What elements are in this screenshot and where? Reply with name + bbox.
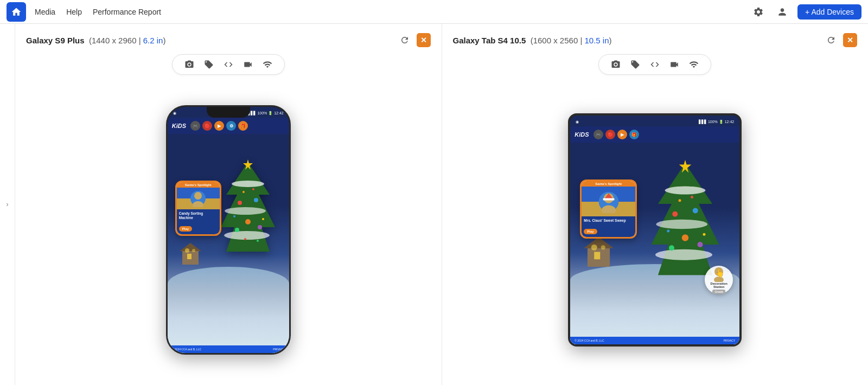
add-devices-label: + Add Devices — [805, 8, 854, 16]
svg-point-38 — [667, 230, 670, 233]
nav-help[interactable]: Help — [66, 5, 82, 18]
svg-point-23 — [194, 192, 202, 200]
code-icon-2 — [650, 60, 660, 69]
toolbar-video-1[interactable] — [241, 59, 255, 70]
device-header-actions-2: ✕ — [824, 33, 857, 48]
device-toolbar-2 — [598, 54, 711, 75]
svg-point-8 — [245, 219, 251, 224]
device-panel-2: Galaxy Tab S4 10.5 (1600 x 2560 | 10.5 i… — [442, 24, 869, 385]
privacy-bar-2: © 2024 CCA and B, LLC PRIVACY — [570, 337, 739, 344]
device-name-2: Galaxy Tab S4 10.5 — [453, 36, 526, 45]
nav-media[interactable]: Media — [35, 5, 55, 18]
device-title-2: Galaxy Tab S4 10.5 (1600 x 2560 | 10.5 i… — [453, 36, 612, 45]
svg-point-29 — [655, 249, 712, 260]
spotlight-card-2: Santa's Spotlight — [580, 179, 637, 239]
sidebar-toggle[interactable]: › — [0, 24, 15, 385]
icon-more-2: 🔴 — [605, 130, 615, 139]
toolbar-camera-2[interactable] — [609, 59, 623, 70]
toolbar-tag-2[interactable] — [628, 59, 642, 70]
svg-point-12 — [252, 188, 254, 190]
svg-text:👆: 👆 — [715, 268, 725, 278]
code-icon-1 — [224, 60, 233, 69]
building-1 — [180, 243, 201, 267]
svg-point-33 — [682, 235, 689, 242]
icon-gift-1: 🎁 — [238, 121, 248, 131]
svg-point-28 — [656, 220, 708, 229]
spotlight-body-2: Mrs. Claus' Sweet Sweep Play — [582, 216, 635, 237]
wifi-icon-2 — [689, 60, 699, 69]
svg-rect-19 — [187, 254, 192, 259]
icon-games-1: 🎮 — [190, 121, 200, 131]
screen-topbar-1: KiDS 🎮 🔴 ▶ ⚙ 🎁 — [168, 118, 289, 134]
close-button-2[interactable]: ✕ — [843, 33, 857, 47]
screen-topbar-2: KiDS 🎮 🔴 ▶ 🎁 — [570, 126, 739, 143]
privacy-bar-1: © 2024 CCA and B, LLC PRIVACY — [168, 345, 289, 353]
svg-point-11 — [242, 191, 245, 193]
icon-play-2: ▶ — [617, 130, 627, 139]
svg-marker-18 — [180, 243, 201, 251]
spotlight-avatar-2 — [582, 187, 635, 216]
toolbar-wifi-2[interactable] — [687, 59, 701, 70]
statusbar-1: ◉ ▋▋▋ 100% 🔋 12:42 — [168, 109, 289, 118]
toolbar-tag-1[interactable] — [202, 59, 216, 70]
toolbar-video-2[interactable] — [667, 59, 681, 70]
kids-logo-2: KiDS — [575, 131, 589, 138]
video-icon-1 — [243, 60, 253, 69]
nav-logo[interactable] — [7, 2, 26, 22]
svg-point-6 — [238, 201, 242, 205]
refresh-icon-1 — [400, 35, 410, 45]
spotlight-avatar-1 — [177, 188, 220, 209]
refresh-button-1[interactable] — [397, 33, 412, 48]
refresh-button-2[interactable] — [824, 33, 839, 48]
spotlight-header-2: Santa's Spotlight — [582, 181, 635, 187]
device-name-1: Galaxy S9 Plus — [26, 36, 85, 45]
device-title-1: Galaxy S9 Plus (1440 x 2960 | 6.2 in) — [26, 36, 165, 45]
snow-ground-1 — [168, 267, 289, 353]
spotlight-play-1[interactable]: Play — [179, 226, 192, 232]
spotlight-title-1: Candy Sorting Machine — [179, 211, 218, 220]
nav-links: Media Help Performance Report — [35, 5, 750, 18]
svg-point-10 — [258, 225, 262, 229]
tablet-mockup-2: ◉ ▋▋▋ 100% 🔋 12:42 KiDS 🎮 🔴 ▶ 🎁 — [568, 113, 742, 347]
sidebar-toggle-icon: › — [7, 201, 9, 208]
toolbar-code-2[interactable] — [648, 59, 662, 70]
svg-rect-42 — [594, 252, 600, 259]
svg-point-21 — [192, 249, 195, 252]
svg-point-51 — [714, 277, 724, 282]
device-dims-2: (1600 x 2560 | 10.5 in) — [528, 36, 611, 45]
svg-point-31 — [673, 211, 678, 217]
decoration-create-btn[interactable]: Create — [712, 290, 725, 294]
icon-settings-1: ⚙ — [226, 121, 236, 131]
xmas-tree-1 — [215, 151, 280, 262]
device-dims-1: (1440 x 2960 | 6.2 in) — [87, 36, 166, 45]
nav-performance[interactable]: Performance Report — [93, 5, 161, 18]
settings-button[interactable] — [750, 3, 767, 21]
icon-gift-2: 🎁 — [629, 130, 639, 139]
svg-point-27 — [665, 187, 706, 195]
svg-point-44 — [601, 245, 605, 249]
svg-point-34 — [669, 246, 674, 251]
spotlight-play-2[interactable]: Play — [584, 229, 597, 234]
svg-point-9 — [235, 228, 239, 232]
device-header-1: Galaxy S9 Plus (1440 x 2960 | 6.2 in) ✕ — [26, 33, 431, 48]
toolbar-code-1[interactable] — [221, 59, 235, 70]
account-button[interactable] — [774, 3, 791, 21]
add-devices-button[interactable]: + Add Devices — [797, 4, 861, 20]
icon-games-2: 🎮 — [593, 130, 603, 139]
spotlight-header-1: Santa's Spotlight — [177, 182, 220, 188]
building-2 — [584, 237, 614, 269]
svg-point-37 — [691, 196, 693, 198]
phone-wrapper-1: ◉ ▋▋▋ 100% 🔋 12:42 KiDS 🎮 🔴 ▶ ⚙ 🎁 — [166, 84, 291, 376]
devices-container: Galaxy S9 Plus (1440 x 2960 | 6.2 in) ✕ — [15, 24, 868, 385]
device-header-2: Galaxy Tab S4 10.5 (1600 x 2560 | 10.5 i… — [453, 33, 858, 48]
video-icon-2 — [669, 60, 679, 69]
toolbar-wifi-1[interactable] — [260, 59, 275, 70]
kids-logo-1: KiDS — [172, 123, 186, 129]
wifi-icon-1 — [263, 60, 272, 69]
gear-icon — [753, 7, 764, 17]
home-icon — [11, 7, 22, 17]
phone-wrapper-2: ◉ ▋▋▋ 100% 🔋 12:42 KiDS 🎮 🔴 ▶ 🎁 — [568, 84, 742, 376]
svg-point-20 — [185, 248, 189, 253]
toolbar-camera-1[interactable] — [182, 59, 196, 70]
close-button-1[interactable]: ✕ — [417, 33, 431, 47]
